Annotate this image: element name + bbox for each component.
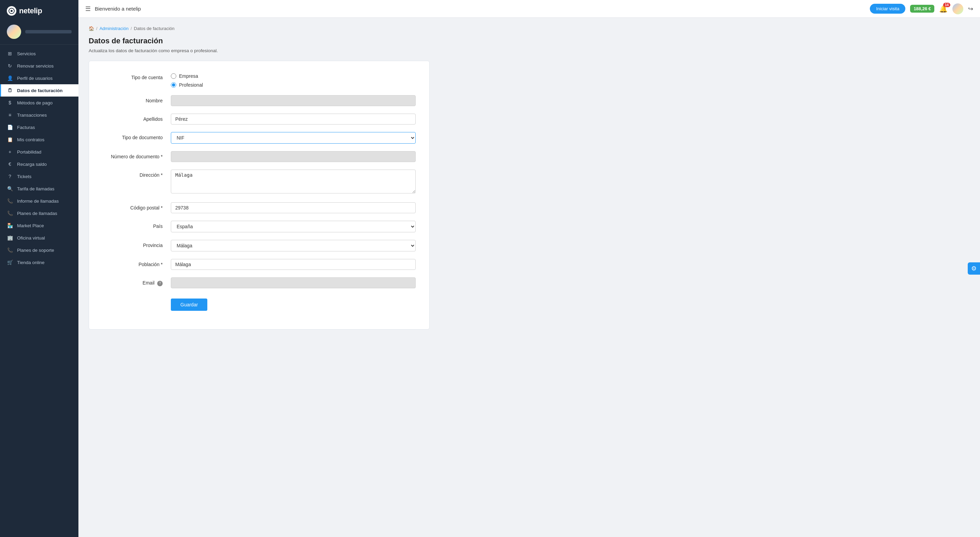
cp-input[interactable] — [171, 202, 416, 213]
radio-empresa[interactable]: Empresa — [171, 73, 416, 79]
radio-profesional[interactable]: Profesional — [171, 82, 416, 88]
sidebar: netelip ⊞ Servicios ↻ Renovar servicios … — [0, 0, 78, 537]
sidebar-item-label: Market Place — [17, 223, 44, 228]
sidebar-item-tarifa[interactable]: 🔍 Tarifa de llamadas — [0, 183, 78, 195]
sidebar-item-label: Transacciones — [17, 113, 47, 118]
sidebar-profile — [0, 21, 78, 45]
sidebar-item-tickets[interactable]: ? Tickets — [0, 170, 78, 183]
sidebar-item-portabilidad[interactable]: + Portabilidad — [0, 146, 78, 158]
nombre-input[interactable] — [171, 95, 416, 106]
recharge-icon: € — [7, 161, 13, 167]
cp-row: Código postal * — [103, 202, 416, 213]
notification-count: 14 — [943, 3, 950, 7]
provincia-row: Provincia Málaga Madrid Barcelona Sevill… — [103, 240, 416, 252]
breadcrumb: 🏠 / Administración / Datos de facturació… — [89, 26, 970, 31]
sidebar-item-label: Tienda online — [17, 260, 45, 265]
radio-profesional-label: Profesional — [179, 82, 203, 88]
sidebar-item-label: Planes de llamadas — [17, 211, 57, 216]
header: ☰ Bienvenido a netelip Iniciar visita 18… — [78, 0, 980, 18]
sidebar-item-facturacion[interactable]: 🗒 Datos de facturación — [0, 84, 78, 97]
save-row: Guardar — [103, 296, 416, 311]
ticket-icon: ? — [7, 174, 13, 179]
grid-icon: ⊞ — [7, 51, 13, 56]
notifications-button[interactable]: 🔔 14 — [939, 5, 948, 13]
sidebar-item-marketplace[interactable]: 🏪 Market Place — [0, 219, 78, 232]
shop-icon: 🛒 — [7, 260, 13, 265]
direccion-textarea[interactable]: Málaga — [171, 170, 416, 193]
sidebar-item-servicios[interactable]: ⊞ Servicios — [0, 48, 78, 60]
radio-profesional-input[interactable] — [171, 82, 176, 88]
provincia-select[interactable]: Málaga Madrid Barcelona Sevilla — [171, 240, 416, 252]
sidebar-item-label: Portabilidad — [17, 150, 41, 155]
page-title: Datos de facturación — [89, 37, 970, 45]
save-field: Guardar — [171, 296, 416, 311]
sidebar-item-label: Planes de soporte — [17, 248, 54, 253]
email-field — [171, 277, 416, 288]
sidebar-item-planes-llamadas[interactable]: 📞 Planes de llamadas — [0, 207, 78, 219]
header-avatar[interactable] — [952, 3, 963, 14]
tipo-doc-select[interactable]: NIF NIE Pasaporte CIF — [171, 132, 416, 143]
direccion-label: Dirección * — [103, 170, 171, 178]
sidebar-item-label: Tarifa de llamadas — [17, 186, 54, 191]
logo-icon — [7, 6, 16, 16]
refresh-icon: ↻ — [7, 63, 13, 69]
email-help-icon[interactable]: ? — [157, 281, 163, 286]
start-visit-button[interactable]: Iniciar visita — [870, 4, 905, 14]
provincia-label: Provincia — [103, 240, 171, 248]
direccion-row: Dirección * Málaga — [103, 170, 416, 195]
apellidos-input[interactable] — [171, 114, 416, 124]
sidebar-item-label: Informe de llamadas — [17, 199, 59, 204]
portability-icon: + — [7, 149, 13, 155]
breadcrumb-current: Datos de facturación — [134, 26, 175, 31]
apellidos-row: Apellidos — [103, 114, 416, 124]
sidebar-item-renovar[interactable]: ↻ Renovar servicios — [0, 60, 78, 72]
menu-icon[interactable]: ☰ — [85, 5, 91, 13]
sidebar-item-informe[interactable]: 📞 Informe de llamadas — [0, 195, 78, 207]
direccion-field: Málaga — [171, 170, 416, 195]
tipo-cuenta-label: Tipo de cuenta — [103, 72, 171, 80]
sidebar-item-recarga[interactable]: € Recarga saldo — [0, 158, 78, 170]
main-content: 🏠 / Administración / Datos de facturació… — [78, 18, 980, 537]
pais-field: España Francia Alemania Portugal — [171, 221, 416, 232]
svg-point-1 — [11, 10, 13, 12]
sidebar-item-label: Renovar servicios — [17, 64, 54, 69]
sidebar-item-perfil[interactable]: 👤 Perfil de usuarios — [0, 72, 78, 84]
transactions-icon: ≡ — [7, 112, 13, 118]
profile-name-bar — [25, 30, 72, 33]
user-icon: 👤 — [7, 75, 13, 81]
poblacion-input[interactable] — [171, 259, 416, 270]
num-doc-input[interactable] — [171, 151, 416, 162]
sidebar-item-soporte[interactable]: 📞 Planes de soporte — [0, 244, 78, 256]
radio-empresa-input[interactable] — [171, 73, 176, 79]
sidebar-item-label: Facturas — [17, 125, 35, 130]
breadcrumb-admin[interactable]: Administración — [100, 26, 129, 31]
sidebar-item-tienda[interactable]: 🛒 Tienda online — [0, 256, 78, 269]
radio-empresa-label: Empresa — [179, 73, 198, 79]
sidebar-item-contratos[interactable]: 📋 Mis contratos — [0, 134, 78, 146]
sidebar-item-label: Mis contratos — [17, 137, 45, 142]
home-icon[interactable]: 🏠 — [89, 26, 94, 31]
sidebar-item-metodos[interactable]: $ Métodos de pago — [0, 97, 78, 109]
sidebar-item-transacciones[interactable]: ≡ Transacciones — [0, 109, 78, 121]
main-wrapper: ☰ Bienvenido a netelip Iniciar visita 18… — [78, 0, 980, 537]
support-icon: 📞 — [7, 247, 13, 253]
pais-select[interactable]: España Francia Alemania Portugal — [171, 221, 416, 232]
sidebar-item-label: Recarga saldo — [17, 162, 47, 167]
email-input[interactable] — [171, 277, 416, 288]
nombre-row: Nombre — [103, 95, 416, 106]
settings-fab[interactable]: ⚙ — [968, 262, 980, 275]
logout-icon[interactable]: ↪ — [968, 5, 973, 13]
nombre-field — [171, 95, 416, 106]
apellidos-field — [171, 114, 416, 124]
marketplace-icon: 🏪 — [7, 223, 13, 228]
sidebar-logo: netelip — [0, 0, 78, 21]
sidebar-item-oficina[interactable]: 🏢 Oficina virtual — [0, 232, 78, 244]
tipo-cuenta-field: Empresa Profesional — [171, 72, 416, 88]
apellidos-label: Apellidos — [103, 114, 171, 122]
sidebar-item-label: Métodos de pago — [17, 100, 52, 105]
sidebar-item-facturas[interactable]: 📄 Facturas — [0, 121, 78, 134]
contract-icon: 📋 — [7, 137, 13, 142]
pais-row: País España Francia Alemania Portugal — [103, 221, 416, 232]
save-button[interactable]: Guardar — [171, 298, 207, 311]
avatar — [7, 25, 21, 39]
